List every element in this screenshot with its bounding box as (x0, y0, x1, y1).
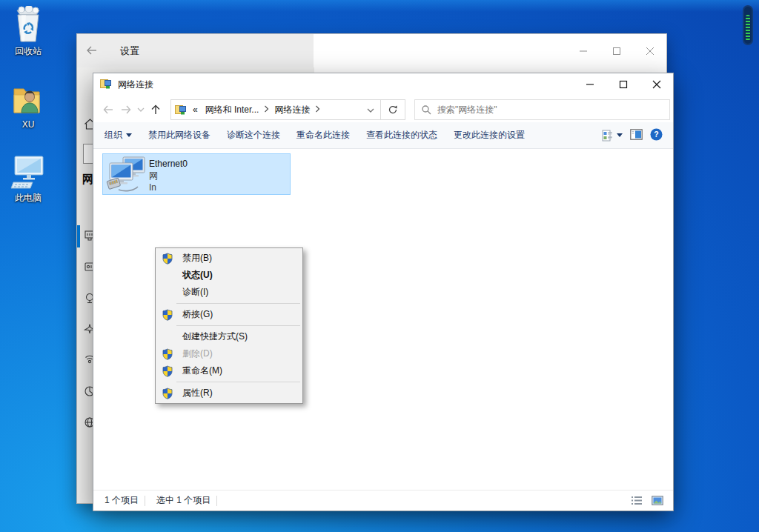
nav-up-button[interactable] (147, 100, 165, 119)
desktop: 回收站 XU (0, 0, 759, 532)
settings-nav-heading: 网 (82, 173, 93, 187)
ethernet0-connection-item[interactable]: Ethernet0 网 In (102, 153, 291, 195)
item-count: 1 个项目 (93, 494, 145, 507)
menu-item-label: 重命名(M) (178, 365, 222, 377)
settings-title: 设置 (120, 44, 139, 58)
desktop-icon-label: XU (0, 119, 56, 130)
disable-device-button[interactable]: 禁用此网络设备 (140, 129, 219, 142)
preview-pane-button[interactable] (630, 129, 643, 142)
desktop-icon-label: 回收站 (0, 45, 56, 58)
details-view-toggle[interactable] (629, 493, 645, 508)
details-view-icon (632, 496, 643, 505)
desktop-icon-this-pc[interactable]: 此电脑 (0, 153, 56, 205)
search-icon (421, 104, 431, 115)
help-button[interactable]: ? (650, 128, 663, 143)
view-icon (602, 130, 614, 142)
chevron-down-icon (617, 133, 623, 140)
change-settings-button[interactable]: 更改此连接的设置 (445, 129, 533, 142)
organize-menu-button[interactable]: 组织 (96, 129, 140, 142)
settings-nav-selected-indicator (77, 225, 80, 247)
menu-item-delete[interactable]: 删除(D) (156, 345, 302, 362)
chevron-down-icon (126, 133, 132, 140)
back-arrow-icon[interactable] (84, 43, 101, 59)
vm-activity-indicator (743, 5, 753, 45)
breadcrumb-chevron-icon[interactable] (314, 104, 322, 115)
menu-item-label: 禁用(B) (178, 252, 212, 265)
menu-separator (176, 382, 300, 382)
view-status-button[interactable]: 查看此连接的状态 (358, 129, 445, 142)
menu-item-bridge[interactable]: 桥接(G) (156, 306, 302, 323)
settings-close-button[interactable] (633, 34, 666, 67)
user-folder-icon (0, 80, 56, 117)
help-icon: ? (650, 128, 663, 141)
connections-list: Ethernet0 网 In 禁用(B) 状态(U) 诊断(I) (93, 150, 673, 490)
uac-shield-icon (162, 365, 178, 377)
nav-history-dropdown[interactable] (135, 100, 147, 119)
preview-pane-icon (630, 129, 643, 140)
window-title: 网络连接 (118, 79, 573, 91)
svg-text:?: ? (654, 130, 658, 139)
menu-item-disable[interactable]: 禁用(B) (156, 250, 302, 267)
explorer-close-button[interactable] (640, 73, 673, 96)
menu-item-label: 桥接(G) (178, 308, 213, 321)
menu-item-label: 属性(R) (178, 387, 213, 399)
status-bar: 1 个项目 选中 1 个项目 (93, 490, 673, 511)
settings-titlebar-gray-segment (77, 34, 314, 67)
breadcrumb-overflow[interactable]: « (187, 104, 202, 115)
network-adapter-icon (103, 154, 149, 194)
menu-item-diagnose[interactable]: 诊断(I) (156, 284, 302, 301)
connection-adapter-label: In (149, 182, 188, 193)
uac-shield-icon (162, 253, 178, 265)
diagnose-connection-button[interactable]: 诊断这个连接 (219, 129, 288, 142)
uac-shield-icon (162, 388, 178, 399)
command-bar: 组织 禁用此网络设备 诊断这个连接 重命名此连接 查看此连接的状态 更改此连接的… (93, 122, 673, 149)
desktop-icon-recycle-bin[interactable]: 回收站 (0, 6, 56, 58)
connection-network-label: 网 (149, 170, 188, 182)
explorer-titlebar: 网络连接 (93, 73, 673, 96)
desktop-icon-label: 此电脑 (0, 192, 56, 205)
vm-activity-stripes (746, 15, 750, 41)
recycle-bin-icon (0, 6, 56, 43)
search-input[interactable] (437, 104, 663, 115)
change-view-button[interactable] (602, 130, 623, 142)
settings-titlebar: 设置 (77, 34, 666, 67)
address-location-icon (175, 104, 187, 116)
network-connections-window-icon (100, 78, 112, 92)
menu-item-label: 删除(D) (178, 348, 213, 360)
rename-connection-button[interactable]: 重命名此连接 (288, 129, 358, 142)
breadcrumb-item[interactable]: 网络和 Inter... (202, 104, 263, 116)
breadcrumb-item[interactable]: 网络连接 (271, 104, 314, 116)
organize-label: 组织 (105, 129, 122, 142)
nav-back-button[interactable] (99, 100, 117, 119)
explorer-window-controls (573, 73, 673, 96)
uac-shield-icon (162, 348, 178, 360)
menu-item-label: 状态(U) (178, 269, 213, 282)
uac-shield-icon (162, 309, 178, 321)
menu-item-label: 诊断(I) (178, 286, 208, 299)
settings-minimize-button[interactable] (566, 34, 600, 67)
menu-item-properties[interactable]: 属性(R) (156, 385, 302, 402)
selected-count: 选中 1 个项目 (145, 494, 216, 507)
context-menu: 禁用(B) 状态(U) 诊断(I) 桥接(G) 创建 (155, 247, 303, 404)
nav-forward-button[interactable] (117, 100, 135, 119)
search-box[interactable] (414, 99, 670, 120)
settings-window-controls (566, 34, 666, 67)
this-pc-icon (0, 153, 56, 190)
desktop-icon-xu[interactable]: XU (0, 80, 56, 130)
explorer-minimize-button[interactable] (573, 73, 606, 96)
breadcrumb-chevron-icon[interactable] (262, 104, 271, 115)
explorer-address-row: « 网络和 Inter... 网络连接 (93, 97, 673, 122)
menu-separator (176, 325, 300, 326)
connection-name: Ethernet0 (149, 158, 188, 170)
settings-maximize-button[interactable] (600, 34, 633, 67)
menu-separator (176, 303, 300, 304)
explorer-maximize-button[interactable] (606, 73, 640, 96)
menu-item-create-shortcut[interactable]: 创建快捷方式(S) (156, 328, 302, 345)
menu-item-rename[interactable]: 重命名(M) (156, 362, 302, 379)
address-dropdown-icon[interactable] (367, 104, 374, 115)
large-icons-view-toggle[interactable] (649, 493, 666, 508)
refresh-button[interactable] (381, 99, 405, 120)
address-bar[interactable]: « 网络和 Inter... 网络连接 (170, 99, 381, 120)
large-icons-view-icon (652, 496, 663, 505)
menu-item-status[interactable]: 状态(U) (156, 267, 302, 284)
